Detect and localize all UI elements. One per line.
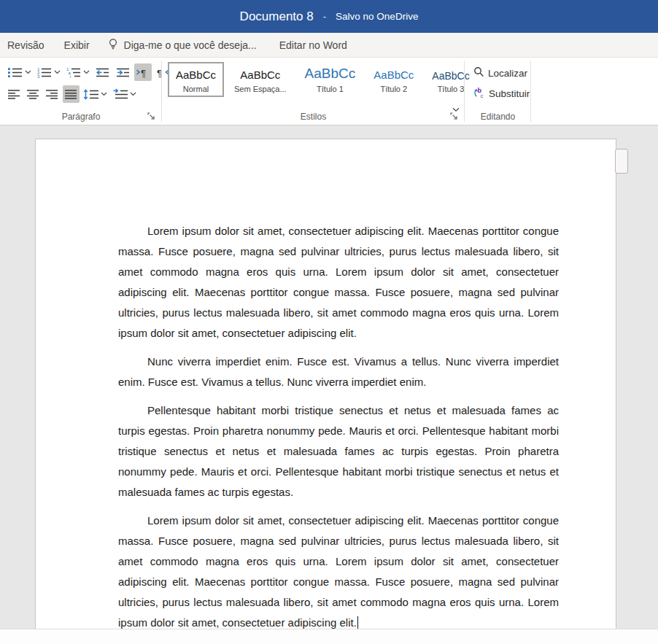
chevron-down-icon [83, 70, 90, 74]
multilevel-list-icon: 1ai [66, 66, 82, 79]
tab-exibir[interactable]: Exibir [64, 35, 90, 55]
paragraph-dialog-launcher-icon[interactable] [147, 112, 155, 120]
styles-gallery: AaBbCc Normal AaBbCc Sem Espaça... AaBbC… [168, 62, 478, 97]
paragraph-group: 123 1ai ¶ ¶ [0, 58, 162, 125]
svg-text:c: c [480, 93, 483, 98]
page-side-button[interactable] [615, 149, 628, 174]
justify-button[interactable] [63, 85, 80, 103]
paragraph-spacing-button[interactable] [111, 85, 138, 103]
group-divider [530, 61, 531, 122]
paragraph-text: Lorem ipsum dolor sit amet, consectetuer… [118, 514, 559, 629]
document-page[interactable]: Lorem ipsum dolor sit amet, consectetuer… [35, 139, 616, 629]
word-online-window: Documento 8 - Salvo no OneDrive Revisão … [0, 0, 658, 644]
paragraph[interactable]: Pellentesque habitant morbi tristique se… [118, 400, 559, 503]
decrease-indent-button[interactable] [93, 63, 112, 81]
chevron-down-icon [130, 92, 136, 96]
style-normal[interactable]: AaBbCc Normal [168, 62, 224, 97]
ribbon: 123 1ai ¶ ¶ [0, 58, 658, 125]
style-heading-2[interactable]: AaBbCc Título 2 [365, 62, 422, 97]
align-right-icon [45, 89, 59, 100]
bullet-list-button[interactable] [6, 63, 33, 81]
editing-group-label: Editando [465, 112, 531, 122]
svg-text:¶: ¶ [141, 67, 146, 78]
styles-group: AaBbCc Normal AaBbCc Sem Espaça... AaBbC… [162, 58, 465, 125]
line-spacing-icon [83, 88, 99, 101]
status-bar [0, 629, 658, 644]
tell-me-box[interactable]: Diga-me o que você deseja... [107, 34, 257, 57]
paragraph[interactable]: Lorem ipsum dolor sit amet, consectetuer… [118, 221, 559, 344]
title-separator: - [323, 11, 326, 22]
align-left-button[interactable] [6, 85, 23, 103]
numbered-list-button[interactable]: 123 [35, 63, 62, 81]
menu-bar: Revisão Exibir Diga-me o que você deseja… [0, 33, 658, 58]
paragraph-spacing-icon [112, 88, 128, 101]
svg-text:i: i [70, 74, 71, 79]
tell-me-label: Diga-me o que você deseja... [124, 39, 257, 51]
chevron-down-icon [25, 70, 31, 74]
find-button[interactable]: Localizar [473, 66, 527, 79]
paragraph[interactable]: Nunc viverra imperdiet enim. Fusce est. … [118, 352, 559, 392]
find-label: Localizar [488, 68, 527, 79]
multilevel-list-button[interactable]: 1ai [64, 63, 91, 81]
search-icon [473, 66, 484, 79]
text-cursor [357, 616, 359, 629]
justify-icon [64, 89, 78, 100]
align-center-icon [26, 89, 40, 100]
chevron-down-icon [54, 70, 61, 74]
svg-text:3: 3 [37, 74, 40, 79]
document-title[interactable]: Documento 8 [240, 9, 314, 24]
editing-group: Localizar bc Substituir Editando [465, 58, 531, 125]
chevron-down-icon [101, 92, 107, 96]
document-canvas: Lorem ipsum dolor sit amet, consectetuer… [0, 125, 658, 629]
save-status[interactable]: Salvo no OneDrive [336, 11, 418, 22]
style-no-spacing[interactable]: AaBbCc Sem Espaça... [226, 62, 295, 97]
titlebar: Documento 8 - Salvo no OneDrive [0, 0, 658, 33]
paragraph[interactable]: Lorem ipsum dolor sit amet, consectetuer… [118, 511, 559, 629]
numbered-list-icon: 123 [36, 66, 53, 79]
ltr-paragraph-icon: ¶ [136, 66, 150, 79]
line-spacing-button[interactable] [82, 85, 109, 103]
replace-button[interactable]: bc Substituir [473, 87, 530, 101]
styles-dialog-launcher-icon[interactable] [450, 112, 458, 120]
paragraph-group-label: Parágrafo [0, 112, 162, 122]
style-heading-1[interactable]: AaBbCc Título 1 [297, 62, 364, 97]
align-left-icon [7, 89, 21, 100]
align-right-button[interactable] [44, 85, 61, 103]
increase-indent-button[interactable] [114, 63, 132, 81]
tab-revisao[interactable]: Revisão [7, 35, 44, 55]
replace-icon: bc [473, 87, 485, 101]
align-center-button[interactable] [25, 85, 42, 103]
styles-group-label: Estilos [162, 112, 465, 122]
increase-indent-icon [115, 66, 131, 79]
decrease-indent-icon [95, 66, 110, 79]
left-to-right-paragraph-button[interactable]: ¶ [134, 63, 152, 81]
replace-label: Substituir [489, 88, 530, 99]
edit-in-word-button[interactable]: Editar no Word [279, 35, 347, 55]
lightbulb-icon [107, 38, 119, 53]
bullet-list-icon [7, 66, 23, 79]
